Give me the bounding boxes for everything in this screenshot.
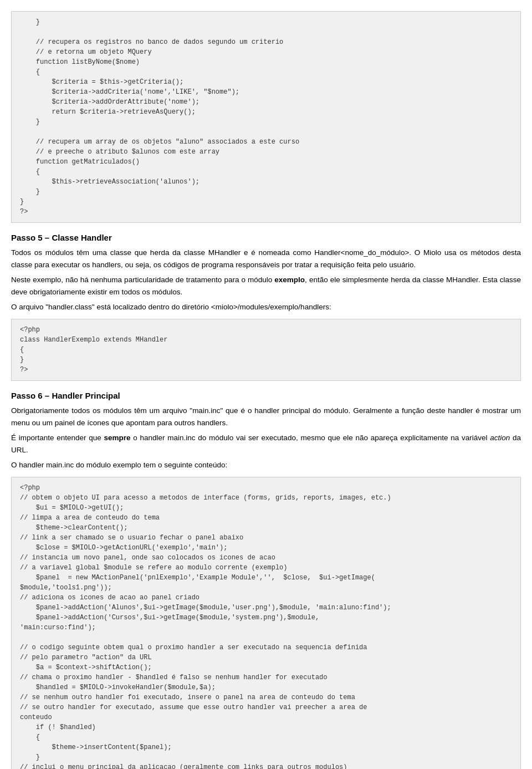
section-5: Passo 5 – Classe Handler Todos os módulo…: [11, 233, 521, 313]
section-6-heading: Passo 6 – Handler Principal: [11, 391, 521, 400]
code-block-3: <?php // obtem o objeto UI para acesso a…: [11, 477, 521, 769]
section-5-para1: Todos os módulos têm uma classe que herd…: [11, 247, 521, 271]
section-5-para2: Neste exemplo, não há nenhuma particular…: [11, 274, 521, 298]
section-6-para2-prefix: É importante entender que: [11, 434, 104, 442]
section-6-para2-suffix: o handler main.inc do módulo vai ser exe…: [131, 434, 490, 442]
section-5-para2-prefix: Neste exemplo, não há nenhuma particular…: [11, 276, 274, 284]
section-6-para2-bold: sempre: [104, 434, 131, 442]
page-content: } // recupera os registros no banco de d…: [0, 0, 532, 769]
section-6-para3: O handler main.inc do módulo exemplo tem…: [11, 459, 521, 471]
section-6-para1: Obrigatoriamente todos os módulos têm um…: [11, 405, 521, 429]
section-5-para2-bold: exemplo: [274, 276, 305, 284]
code-block-1: } // recupera os registros no banco de d…: [11, 11, 521, 223]
code-block-2: <?php class HandlerExemplo extends MHand…: [11, 319, 521, 381]
section-5-heading: Passo 5 – Classe Handler: [11, 233, 521, 242]
section-5-para3: O arquivo "handler.class" está localizad…: [11, 301, 521, 313]
section-6: Passo 6 – Handler Principal Obrigatoriam…: [11, 391, 521, 471]
section-6-para2: É importante entender que sempre o handl…: [11, 432, 521, 456]
section-6-para2-italic: action: [490, 434, 510, 442]
